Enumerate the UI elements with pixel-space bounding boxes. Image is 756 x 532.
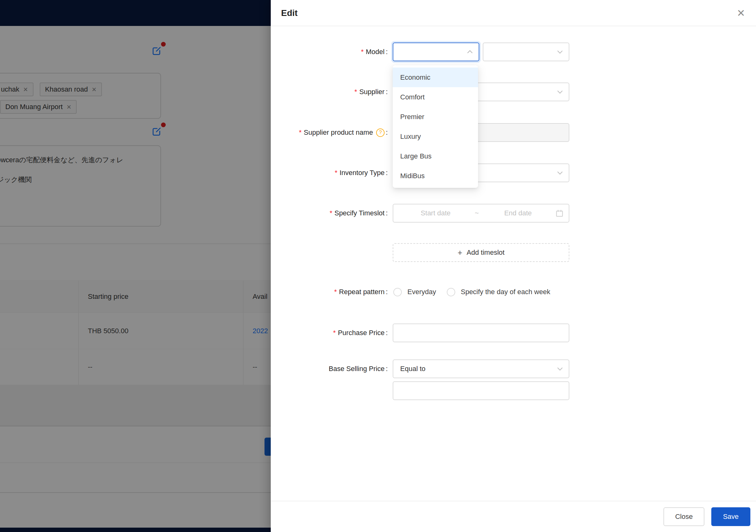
radio-circle-icon[interactable] (447, 288, 455, 296)
repeat-pattern-radio-group: Everyday Specify the day of each week (393, 282, 550, 301)
specify-timeslot-label: * Specify Timeslot : (271, 204, 388, 223)
dropdown-option-midibus[interactable]: MidiBus (393, 166, 478, 186)
chevron-down-icon (556, 48, 564, 56)
model-category-select[interactable] (393, 42, 479, 61)
radio-circle-icon[interactable] (393, 288, 402, 296)
required-asterisk: * (334, 288, 337, 296)
close-button[interactable]: Close (663, 507, 704, 526)
dropdown-option-luxury[interactable]: Luxury (393, 127, 478, 146)
model-label: * Model : (271, 42, 388, 61)
dropdown-option-comfort[interactable]: Comfort (393, 87, 478, 107)
base-selling-price-input[interactable] (393, 381, 569, 400)
end-date-placeholder[interactable]: End date (480, 209, 555, 217)
chevron-down-icon (556, 169, 564, 176)
drawer-footer: Close Save (271, 501, 756, 532)
required-asterisk: * (330, 209, 332, 217)
model-dropdown-menu: Economic Comfort Premier Luxury Large Bu… (393, 65, 478, 188)
supplier-product-name-label: * Supplier product name ? : (271, 123, 388, 142)
edit-drawer: Edit ✕ * Model : * Supplier : * Supplier… (271, 0, 756, 532)
dropdown-option-economic[interactable]: Economic (393, 67, 478, 87)
range-separator: ~ (473, 209, 481, 217)
radio-label: Everyday (407, 288, 436, 296)
required-asterisk: * (361, 48, 364, 56)
required-asterisk: * (335, 169, 338, 177)
radio-label: Specify the day of each week (461, 288, 550, 296)
dropdown-option-large-bus[interactable]: Large Bus (393, 146, 478, 166)
model-subtype-select[interactable] (483, 42, 569, 61)
chevron-down-icon (556, 88, 564, 96)
inventory-type-label: * Inventory Type : (271, 164, 388, 182)
purchase-price-label: * Purchase Price : (271, 324, 388, 342)
drawer-title: Edit (281, 0, 298, 26)
help-question-icon[interactable]: ? (376, 128, 385, 137)
dropdown-option-premier[interactable]: Premier (393, 107, 478, 127)
supplier-label: * Supplier : (271, 83, 388, 101)
required-asterisk: * (299, 128, 302, 137)
calendar-icon (555, 209, 564, 218)
save-button[interactable]: Save (711, 507, 750, 526)
base-selling-price-mode-select[interactable]: Equal to (393, 359, 569, 378)
drawer-header: Edit ✕ (271, 0, 756, 26)
base-selling-price-label: Base Selling Price : (271, 359, 388, 378)
add-timeslot-button[interactable]: + Add timeslot (393, 243, 569, 262)
required-asterisk: * (355, 88, 357, 96)
close-icon[interactable]: ✕ (734, 6, 748, 20)
add-timeslot-label: Add timeslot (467, 249, 505, 257)
purchase-price-input[interactable] (393, 324, 569, 342)
radio-everyday[interactable]: Everyday (393, 288, 436, 296)
radio-specify-day-of-week[interactable]: Specify the day of each week (447, 288, 550, 296)
plus-icon: + (457, 248, 462, 257)
chevron-up-icon (466, 48, 474, 56)
modal-overlay-mask[interactable] (0, 0, 271, 532)
required-asterisk: * (333, 329, 336, 337)
repeat-pattern-label: * Repeat pattern : (271, 282, 388, 301)
chevron-down-icon (556, 365, 564, 373)
selected-mode-value: Equal to (400, 360, 425, 378)
start-date-placeholder[interactable]: Start date (398, 209, 473, 217)
timeslot-range-picker[interactable]: Start date ~ End date (393, 204, 569, 223)
